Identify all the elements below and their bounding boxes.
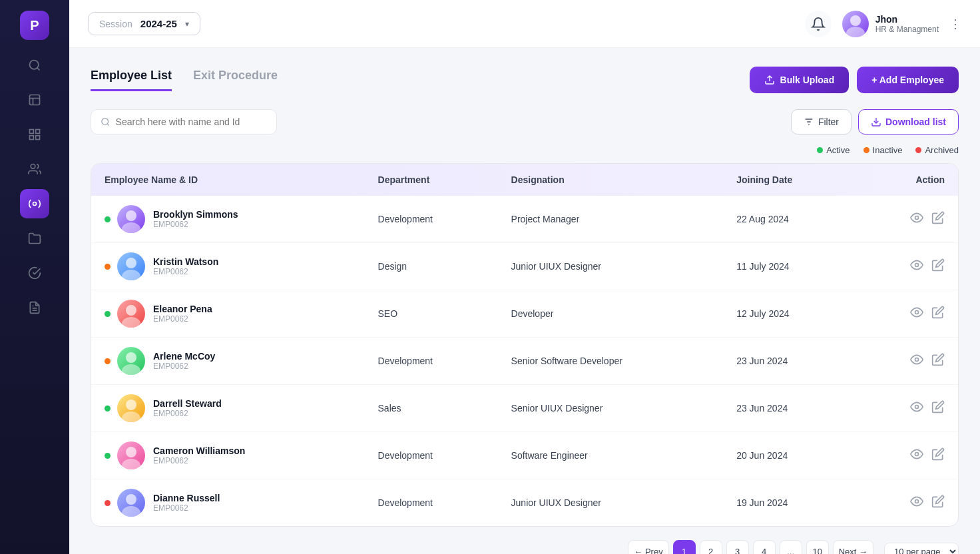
svg-point-38: [915, 499, 919, 503]
edit-icon[interactable]: [931, 211, 945, 228]
tab-exit-procedure[interactable]: Exit Procedure: [193, 69, 278, 91]
edit-icon[interactable]: [931, 258, 945, 275]
page-button-1[interactable]: 1: [673, 540, 696, 554]
search-box: [91, 109, 277, 135]
sidebar-item-files[interactable]: [20, 224, 49, 253]
action-cell: [858, 243, 958, 290]
joining-date-cell: 12 July 2024: [723, 290, 858, 338]
edit-icon[interactable]: [931, 353, 945, 370]
bulk-upload-label: Bulk Upload: [780, 75, 835, 85]
table-row: Arlene McCoy EMP0062 Development Senior …: [91, 338, 958, 385]
designation-cell: Senior Software Developer: [498, 338, 724, 385]
emp-id: EMP0062: [153, 456, 245, 465]
action-cell: [858, 479, 958, 527]
svg-point-27: [126, 352, 136, 363]
avatar: [117, 347, 145, 375]
employee-table: Employee Name & ID Department Designatio…: [91, 163, 959, 527]
legend-inactive: Inactive: [863, 145, 903, 155]
chevron-down-icon: ▾: [185, 19, 189, 29]
svg-point-7: [33, 202, 37, 206]
sidebar-item-users[interactable]: [20, 154, 49, 184]
page-button-2[interactable]: 2: [700, 540, 722, 554]
svg-rect-3: [36, 130, 40, 134]
designation-cell: Junior UIUX Designer: [498, 243, 724, 290]
legend-active: Active: [817, 145, 850, 155]
filter-icon: [804, 117, 814, 127]
view-icon[interactable]: [910, 353, 923, 370]
emp-name-cell: Dianne Russell EMP0062: [91, 479, 365, 527]
filter-button[interactable]: Filter: [791, 109, 852, 135]
inactive-label: Inactive: [873, 145, 903, 155]
emp-id: EMP0062: [153, 267, 218, 276]
view-icon[interactable]: [910, 306, 923, 322]
table-row: Cameron Williamson EMP0062 Development S…: [91, 432, 958, 479]
joining-date-cell: 23 Jun 2024: [723, 385, 858, 432]
edit-icon[interactable]: [931, 306, 945, 322]
view-icon[interactable]: [910, 447, 923, 464]
legend-row: Active Inactive Archived: [91, 145, 959, 155]
header-right: Jhon HR & Managment ⋮: [805, 11, 961, 37]
svg-point-35: [915, 452, 919, 455]
legend-archived: Archived: [915, 145, 959, 155]
per-page-select[interactable]: 10 per page 25 per page 50 per page: [884, 543, 959, 555]
sidebar-item-chart[interactable]: [20, 85, 49, 115]
sidebar-item-search[interactable]: [20, 51, 49, 80]
more-options-icon[interactable]: ⋮: [949, 17, 961, 31]
joining-date-cell: 19 Jun 2024: [723, 479, 858, 527]
status-indicator: [105, 311, 111, 317]
svg-point-18: [126, 210, 136, 221]
designation-cell: Software Engineer: [498, 432, 724, 479]
session-dropdown[interactable]: Session 2024-25 ▾: [88, 12, 200, 35]
sidebar-item-settings[interactable]: [20, 189, 49, 218]
archived-dot: [915, 147, 921, 153]
view-icon[interactable]: [910, 400, 923, 417]
sidebar-item-grid[interactable]: [20, 120, 49, 149]
svg-point-20: [915, 216, 919, 219]
emp-name-cell: Darrell Steward EMP0062: [91, 385, 365, 432]
user-details: Jhon HR & Managment: [875, 14, 939, 34]
prev-page-button[interactable]: ← Prev: [628, 540, 668, 554]
edit-icon[interactable]: [931, 495, 945, 511]
avatar: [842, 11, 869, 37]
view-icon[interactable]: [910, 258, 923, 275]
bulk-upload-button[interactable]: Bulk Upload: [750, 67, 850, 93]
svg-point-24: [126, 305, 136, 316]
svg-point-25: [122, 317, 140, 328]
user-info: Jhon HR & Managment: [842, 11, 939, 37]
active-dot: [817, 147, 823, 153]
sidebar-item-check[interactable]: [20, 258, 49, 288]
user-role: HR & Managment: [875, 25, 939, 34]
designation-cell: Junior UIUX Designer: [498, 479, 724, 527]
svg-point-29: [915, 358, 919, 361]
sidebar-item-report[interactable]: [20, 293, 49, 322]
next-page-button[interactable]: Next →: [833, 540, 873, 554]
page-button-10[interactable]: 10: [806, 540, 829, 554]
archived-label: Archived: [925, 145, 959, 155]
view-icon[interactable]: [910, 211, 923, 228]
svg-point-32: [915, 405, 919, 408]
search-filter-row: Filter Download list: [91, 109, 959, 135]
download-list-button[interactable]: Download list: [858, 109, 959, 135]
status-indicator: [105, 453, 111, 459]
download-icon: [871, 117, 881, 127]
tab-employee-list[interactable]: Employee List: [91, 69, 172, 91]
add-employee-button[interactable]: + Add Employee: [857, 67, 959, 93]
search-input[interactable]: [116, 117, 267, 127]
page-button-3[interactable]: 3: [726, 540, 749, 554]
view-icon[interactable]: [910, 495, 923, 511]
notification-icon[interactable]: [805, 11, 832, 37]
joining-date-cell: 20 Jun 2024: [723, 432, 858, 479]
emp-id: EMP0062: [153, 503, 220, 513]
header-actions: Bulk Upload + Add Employee: [750, 67, 959, 93]
emp-id: EMP0062: [153, 220, 238, 229]
table-row: Brooklyn Simmons EMP0062 Development Pro…: [91, 196, 958, 243]
edit-icon[interactable]: [931, 400, 945, 417]
dept-cell: Development: [365, 479, 498, 527]
add-employee-label: + Add Employee: [871, 75, 944, 85]
svg-point-30: [126, 400, 136, 410]
svg-point-34: [122, 459, 140, 469]
svg-point-31: [122, 412, 140, 422]
page-button-4[interactable]: 4: [753, 540, 776, 554]
main-content: Session 2024-25 ▾ Jhon HR & Managment ⋮: [69, 0, 980, 554]
edit-icon[interactable]: [931, 447, 945, 464]
